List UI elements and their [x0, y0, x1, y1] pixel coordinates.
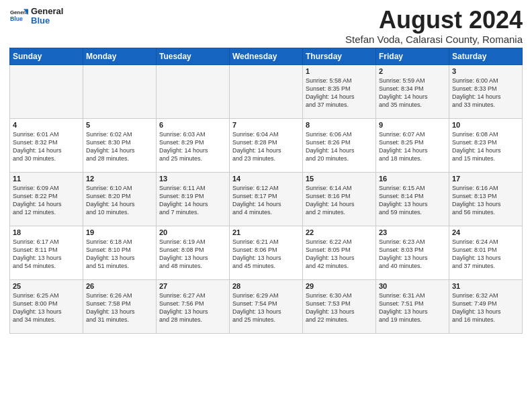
calendar-cell: 18Sunrise: 6:17 AM Sunset: 8:11 PM Dayli… [10, 226, 83, 279]
day-number: 11 [13, 175, 80, 183]
location-subtitle: Stefan Voda, Calarasi County, Romania [345, 34, 523, 45]
day-number: 31 [452, 282, 519, 290]
calendar-cell: 29Sunrise: 6:30 AM Sunset: 7:53 PM Dayli… [303, 279, 376, 333]
day-number: 2 [379, 67, 446, 75]
header-cell-friday: Friday [376, 48, 449, 64]
calendar-cell: 3Sunrise: 6:00 AM Sunset: 8:33 PM Daylig… [449, 64, 523, 118]
header-cell-monday: Monday [83, 48, 157, 64]
day-number: 23 [379, 228, 446, 236]
day-info: Sunrise: 6:12 AM Sunset: 8:17 PM Dayligh… [232, 184, 300, 217]
day-info: Sunrise: 6:25 AM Sunset: 8:00 PM Dayligh… [13, 291, 80, 324]
day-info: Sunrise: 6:30 AM Sunset: 7:53 PM Dayligh… [306, 291, 373, 324]
calendar-cell: 17Sunrise: 6:16 AM Sunset: 8:13 PM Dayli… [449, 172, 523, 226]
calendar-cell: 5Sunrise: 6:02 AM Sunset: 8:30 PM Daylig… [83, 118, 157, 172]
day-info: Sunrise: 5:59 AM Sunset: 8:34 PM Dayligh… [379, 77, 446, 109]
header-cell-wednesday: Wednesday [230, 48, 303, 64]
title-block: August 2024 Stefan Voda, Calarasi County… [345, 7, 523, 45]
calendar-cell: 26Sunrise: 6:26 AM Sunset: 7:58 PM Dayli… [83, 279, 157, 333]
day-number: 30 [379, 282, 446, 290]
day-number: 12 [86, 175, 153, 183]
calendar-table: SundayMondayTuesdayWednesdayThursdayFrid… [9, 48, 523, 334]
calendar-cell: 12Sunrise: 6:10 AM Sunset: 8:20 PM Dayli… [83, 172, 157, 226]
header-cell-thursday: Thursday [303, 48, 376, 64]
calendar-cell: 23Sunrise: 6:23 AM Sunset: 8:03 PM Dayli… [376, 226, 449, 279]
day-info: Sunrise: 6:17 AM Sunset: 8:11 PM Dayligh… [13, 238, 80, 271]
logo-text-block: General Blue [31, 7, 63, 26]
day-number: 14 [232, 175, 300, 183]
header-cell-saturday: Saturday [449, 48, 523, 64]
day-number: 10 [452, 121, 519, 129]
day-info: Sunrise: 6:06 AM Sunset: 8:26 PM Dayligh… [306, 130, 373, 163]
calendar-cell: 24Sunrise: 6:24 AM Sunset: 8:01 PM Dayli… [449, 226, 523, 279]
day-number: 20 [159, 228, 226, 236]
day-info: Sunrise: 6:19 AM Sunset: 8:08 PM Dayligh… [159, 238, 226, 271]
month-title: August 2024 [345, 7, 523, 34]
logo-icon: General Blue [9, 7, 28, 26]
calendar-cell: 1Sunrise: 5:58 AM Sunset: 8:35 PM Daylig… [303, 64, 376, 118]
calendar-cell: 10Sunrise: 6:08 AM Sunset: 8:23 PM Dayli… [449, 118, 523, 172]
calendar-cell: 22Sunrise: 6:22 AM Sunset: 8:05 PM Dayli… [303, 226, 376, 279]
day-number: 3 [452, 67, 519, 75]
day-info: Sunrise: 6:00 AM Sunset: 8:33 PM Dayligh… [452, 77, 519, 109]
day-info: Sunrise: 6:16 AM Sunset: 8:13 PM Dayligh… [452, 184, 519, 217]
calendar-cell: 14Sunrise: 6:12 AM Sunset: 8:17 PM Dayli… [230, 172, 303, 226]
calendar-cell [83, 64, 157, 118]
day-number: 9 [379, 121, 446, 129]
calendar-cell: 11Sunrise: 6:09 AM Sunset: 8:22 PM Dayli… [10, 172, 83, 226]
day-info: Sunrise: 6:29 AM Sunset: 7:54 PM Dayligh… [232, 291, 300, 324]
day-info: Sunrise: 6:07 AM Sunset: 8:25 PM Dayligh… [379, 130, 446, 163]
day-info: Sunrise: 6:32 AM Sunset: 7:49 PM Dayligh… [452, 291, 519, 324]
calendar-cell: 19Sunrise: 6:18 AM Sunset: 8:10 PM Dayli… [83, 226, 157, 279]
calendar-cell: 8Sunrise: 6:06 AM Sunset: 8:26 PM Daylig… [303, 118, 376, 172]
page-container: General Blue General Blue August 2024 St… [0, 0, 532, 338]
calendar-cell: 2Sunrise: 5:59 AM Sunset: 8:34 PM Daylig… [376, 64, 449, 118]
day-number: 26 [86, 282, 153, 290]
day-number: 15 [306, 175, 373, 183]
calendar-cell: 7Sunrise: 6:04 AM Sunset: 8:28 PM Daylig… [230, 118, 303, 172]
day-info: Sunrise: 6:11 AM Sunset: 8:19 PM Dayligh… [159, 184, 226, 217]
day-number: 8 [306, 121, 373, 129]
calendar-cell [230, 64, 303, 118]
day-number: 22 [306, 228, 373, 236]
header: General Blue General Blue August 2024 St… [9, 7, 523, 45]
day-info: Sunrise: 5:58 AM Sunset: 8:35 PM Dayligh… [306, 77, 373, 109]
header-cell-sunday: Sunday [10, 48, 83, 64]
day-info: Sunrise: 6:27 AM Sunset: 7:56 PM Dayligh… [159, 291, 226, 324]
day-info: Sunrise: 6:09 AM Sunset: 8:22 PM Dayligh… [13, 184, 80, 217]
day-info: Sunrise: 6:21 AM Sunset: 8:06 PM Dayligh… [232, 238, 300, 271]
day-number: 16 [379, 175, 446, 183]
day-info: Sunrise: 6:24 AM Sunset: 8:01 PM Dayligh… [452, 238, 519, 271]
calendar-cell: 16Sunrise: 6:15 AM Sunset: 8:14 PM Dayli… [376, 172, 449, 226]
header-cell-tuesday: Tuesday [157, 48, 230, 64]
week-row-5: 25Sunrise: 6:25 AM Sunset: 8:00 PM Dayli… [10, 279, 523, 333]
day-info: Sunrise: 6:03 AM Sunset: 8:29 PM Dayligh… [159, 130, 226, 163]
week-row-4: 18Sunrise: 6:17 AM Sunset: 8:11 PM Dayli… [10, 226, 523, 279]
day-info: Sunrise: 6:10 AM Sunset: 8:20 PM Dayligh… [86, 184, 153, 217]
day-number: 24 [452, 228, 519, 236]
day-number: 29 [306, 282, 373, 290]
svg-text:Blue: Blue [10, 15, 23, 22]
day-info: Sunrise: 6:14 AM Sunset: 8:16 PM Dayligh… [306, 184, 373, 217]
logo: General Blue General Blue [9, 7, 63, 26]
day-info: Sunrise: 6:18 AM Sunset: 8:10 PM Dayligh… [86, 238, 153, 271]
day-number: 4 [13, 121, 80, 129]
calendar-cell: 31Sunrise: 6:32 AM Sunset: 7:49 PM Dayli… [449, 279, 523, 333]
day-number: 17 [452, 175, 519, 183]
logo-line2: Blue [31, 16, 63, 26]
calendar-cell [10, 64, 83, 118]
day-number: 13 [159, 175, 226, 183]
day-info: Sunrise: 6:08 AM Sunset: 8:23 PM Dayligh… [452, 130, 519, 163]
day-info: Sunrise: 6:26 AM Sunset: 7:58 PM Dayligh… [86, 291, 153, 324]
day-info: Sunrise: 6:02 AM Sunset: 8:30 PM Dayligh… [86, 130, 153, 163]
day-number: 19 [86, 228, 153, 236]
day-number: 21 [232, 228, 300, 236]
day-number: 28 [232, 282, 300, 290]
calendar-cell: 6Sunrise: 6:03 AM Sunset: 8:29 PM Daylig… [157, 118, 230, 172]
calendar-cell: 9Sunrise: 6:07 AM Sunset: 8:25 PM Daylig… [376, 118, 449, 172]
day-number: 27 [159, 282, 226, 290]
day-info: Sunrise: 6:15 AM Sunset: 8:14 PM Dayligh… [379, 184, 446, 217]
calendar-cell: 25Sunrise: 6:25 AM Sunset: 8:00 PM Dayli… [10, 279, 83, 333]
calendar-cell [157, 64, 230, 118]
calendar-cell: 15Sunrise: 6:14 AM Sunset: 8:16 PM Dayli… [303, 172, 376, 226]
calendar-cell: 30Sunrise: 6:31 AM Sunset: 7:51 PM Dayli… [376, 279, 449, 333]
